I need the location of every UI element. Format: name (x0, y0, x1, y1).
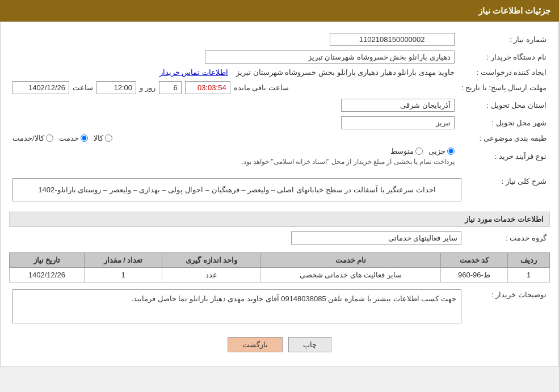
cell-tedad: 1 (84, 268, 162, 283)
tabaqe-kala-khadamat-item: کالا/خدمت (12, 134, 53, 142)
nam-dastgah-value: دهیاری بارانلو بخش خسروشاه شهرستان تبریز (9, 48, 458, 66)
tabaqe-kala-label: کالا (94, 134, 103, 142)
tabaqe-row: طبقه بندی موضوعی : کالا/خدمت خدمت کالا (9, 132, 550, 145)
content-area: شماره نیاز : 1102108150000002 نام دستگاه… (0, 22, 559, 367)
tabaqe-kala-khadamat-radio[interactable] (46, 134, 53, 142)
mohlat-date-input: 1402/12/26 (12, 81, 69, 94)
services-table: ردیف کد خدمت نام خدمت واحد اندازه گیری ت… (9, 252, 550, 283)
mohlat-rooz-label: روز و (140, 83, 155, 92)
cell-kod_khadamat: ط-96-960 (440, 268, 507, 283)
nooe-jozii-item: جزیی (428, 147, 455, 155)
ijad-konande-label: ایجاد کننده درخواست : (458, 66, 550, 79)
sharh-value: احداث سرعتگیر با آسفالت در سطح خیابانهای… (9, 174, 465, 206)
shahr-row: شهر محل تحویل : تبریز (9, 114, 550, 132)
tosihaat-table: توضیحات خریدار : جهت کسب اطلاعات بیشتر ب… (9, 287, 550, 326)
ostan-row: استان محل تحویل : آذربایجان شرقی (9, 96, 550, 114)
table-row: 1ط-96-960سایر فعالیت های خدماتی شخصیعدد1… (10, 268, 550, 283)
mohlat-label: مهلت ارسال پاسخ: تا تاریخ : (458, 79, 550, 96)
shahr-input: تبریز (341, 116, 455, 129)
ijad-konande-text: جاوید مهدی بارانلو دهیار دهیاری بارانلو … (236, 68, 455, 77)
col-nam: نام خدمت (261, 253, 441, 268)
button-bar: بازگشت چاپ (9, 331, 550, 358)
shomara-niaz-row: شماره نیاز : 1102108150000002 (9, 31, 550, 48)
page-title: جزئیات اطلاعات نیاز (478, 6, 550, 15)
col-vahed: واحد اندازه گیری (162, 253, 261, 268)
nooe-description: پرداخت تمام یا بخشی از مبلغ خریدار از مح… (242, 158, 455, 166)
tabaqe-khadamat-radio[interactable] (81, 134, 88, 142)
cell-nam_khadamat: سایر فعالیت های خدماتی شخصی (261, 268, 441, 283)
shahr-value: تبریز (9, 114, 458, 132)
nam-dastgah-label: نام دستگاه خریدار : (458, 48, 550, 66)
tosihaat-row: توضیحات خریدار : جهت کسب اطلاعات بیشتر ب… (9, 287, 550, 326)
grooh-table: گروه خدمت : سایر فعالیتهای خدماتی (9, 229, 550, 247)
grooh-row: گروه خدمت : سایر فعالیتهای خدماتی (9, 229, 550, 247)
ostan-input: آذربایجان شرقی (341, 99, 455, 112)
nam-dastgah-input: دهیاری بارانلو بخش خسروشاه شهرستان تبریز (205, 50, 455, 64)
tabaqe-kala-item: کالا (94, 134, 112, 142)
ostan-label: استان محل تحویل : (458, 96, 550, 114)
nooe-farayand-label: نوع فرآیند خرید : (458, 145, 550, 168)
sharh-row: شرح کلی نیاز : احداث سرعتگیر با آسفالت د… (9, 174, 550, 206)
tosihaat-text: جهت کسب اطلاعات بیشتر با شماره تلفن 0914… (12, 289, 461, 323)
table-header-row: ردیف کد خدمت نام خدمت واحد اندازه گیری ت… (10, 253, 550, 268)
mohlat-rooz-input: 6 (159, 81, 182, 94)
ettelaat-link[interactable]: اطلاعات تماس خریدار (159, 68, 228, 77)
main-container: جزئیات اطلاعات نیاز شماره نیاز : 1102108… (0, 0, 559, 367)
tabaqe-value: کالا/خدمت خدمت کالا (9, 132, 458, 145)
cell-radif: 1 (508, 268, 550, 283)
page-header: جزئیات اطلاعات نیاز (0, 0, 559, 22)
mohlat-saat-input: 12:00 (96, 81, 136, 94)
mohlat-value: 1402/12/26 ساعت 12:00 روز و 6 03:03:54 س… (9, 79, 458, 96)
nooe-motovaset-item: متوسط (390, 147, 423, 155)
main-form-table: شماره نیاز : 1102108150000002 نام دستگاه… (9, 31, 550, 168)
mohlat-row: مهلت ارسال پاسخ: تا تاریخ : 1402/12/26 س… (9, 79, 550, 96)
cell-tarikh: 1402/12/26 (10, 268, 85, 283)
mohlat-remaining-input: 03:03:54 (185, 81, 230, 94)
mohlat-saat-label: ساعت (73, 83, 93, 92)
nooe-farayand-row: نوع فرآیند خرید : متوسط جزیی (9, 145, 550, 168)
mohlat-remaining-label: ساعت باقی مانده (234, 83, 289, 92)
col-kod: کد خدمت (440, 253, 507, 268)
print-button[interactable]: چاپ (288, 337, 331, 352)
nooe-motovaset-label: متوسط (390, 147, 414, 155)
col-tedad: تعداد / مقدار (84, 253, 162, 268)
tabaqe-khadamat-label: خدمت (59, 134, 79, 142)
shomara-niaz-label: شماره نیاز : (458, 31, 550, 48)
ijad-konande-value: جاوید مهدی بارانلو دهیار دهیاری بارانلو … (9, 66, 458, 79)
sharh-table: شرح کلی نیاز : احداث سرعتگیر با آسفالت د… (9, 174, 550, 206)
shomara-niaz-value: 1102108150000002 (51, 31, 458, 48)
cell-vahed: عدد (162, 268, 261, 283)
shomara-niaz-input: 1102108150000002 (330, 33, 455, 46)
nooe-farayand-value: متوسط جزیی پرداخت تمام یا بخشی از مبلغ خ… (9, 145, 458, 168)
tabaqe-khadamat-item: خدمت (59, 134, 88, 142)
nooe-jozii-label: جزیی (428, 147, 445, 155)
back-button[interactable]: بازگشت (228, 337, 283, 352)
sharh-label: شرح کلی نیاز : (465, 174, 550, 206)
tosihaat-label: توضیحات خریدار : (465, 287, 550, 326)
col-tarikh: تاریخ نیاز (10, 253, 85, 268)
nam-dastgah-row: نام دستگاه خریدار : دهیاری بارانلو بخش خ… (9, 48, 550, 66)
tabaqe-kala-radio[interactable] (105, 134, 112, 142)
info-khadamat-title: اطلاعات خدمات مورد نیاز (9, 212, 550, 227)
nooe-motovaset-radio[interactable] (415, 147, 423, 155)
shahr-label: شهر محل تحویل : (458, 114, 550, 132)
nooe-jozii-radio[interactable] (447, 147, 455, 155)
col-radif: ردیف (508, 253, 550, 268)
grooh-value: سایر فعالیتهای خدماتی (9, 229, 465, 247)
ostan-value: آذربایجان شرقی (9, 96, 458, 114)
ijad-konande-row: ایجاد کننده درخواست : جاوید مهدی بارانلو… (9, 66, 550, 79)
sharh-text: احداث سرعتگیر با آسفالت در سطح خیابانهای… (12, 178, 461, 201)
tabaqe-kala-khadamat-label: کالا/خدمت (12, 134, 44, 142)
tosihaat-value: جهت کسب اطلاعات بیشتر با شماره تلفن 0914… (9, 287, 465, 326)
grooh-input: سایر فعالیتهای خدماتی (291, 231, 461, 245)
tabaqe-label: طبقه بندی موضوعی : (458, 132, 550, 145)
grooh-label: گروه خدمت : (465, 229, 550, 247)
